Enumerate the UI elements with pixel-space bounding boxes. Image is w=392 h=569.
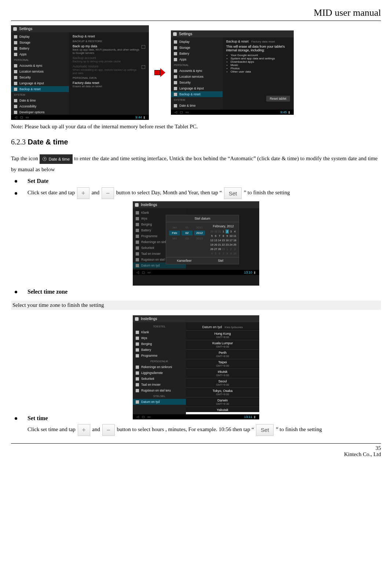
sidebar-item-datetime[interactable]: Date & time [171,103,223,109]
sidebar-item[interactable]: Liggingsdienste [133,370,186,376]
month-spinner[interactable]: JanFebMrt [169,225,180,254]
calendar-cell[interactable]: 20 [214,243,217,247]
set-button[interactable]: Set [256,424,274,436]
calendar-cell[interactable]: 8 [221,234,225,238]
recent-icon[interactable]: ▭ [147,415,151,419]
calendar-cell[interactable]: 18 [233,238,237,242]
calendar-cell[interactable]: 30 [214,230,217,234]
set-button[interactable]: Stel [202,257,239,264]
calendar-cell[interactable]: 31 [218,230,221,234]
home-icon[interactable]: ◻ [142,271,144,274]
calendar-cell[interactable]: 1 [226,247,229,251]
sidebar-item-accounts[interactable]: Accounts & sync [171,68,223,74]
sidebar-item-accessibility[interactable]: Accessibility [11,103,69,109]
sidebar-item-apps[interactable]: Apps [171,56,223,62]
calendar-cell[interactable]: 4 [233,230,237,234]
sidebar-item-location[interactable]: Location services [11,69,69,74]
sidebar-item-battery[interactable]: Battery [11,45,69,51]
timezone-item[interactable]: SeoulGMT+9:00 [186,378,259,388]
calendar-cell[interactable]: 3 [229,230,232,234]
calendar[interactable]: February, 2012 2930311234567891011121314… [208,222,239,257]
calendar-cell[interactable]: 21 [218,243,221,247]
calendar-cell[interactable]: 27 [214,247,217,251]
sidebar-item-security[interactable]: Security [171,80,223,85]
sidebar-item[interactable]: Rekeninge en sinkroni [133,364,186,370]
plus-button[interactable]: + [77,187,89,199]
date-spinners[interactable]: JanFebMrt 010203 201120122013 [166,222,208,257]
sidebar-item-developer[interactable]: Developer options [11,109,69,115]
calendar-cell[interactable]: 23 [226,243,229,247]
home-icon[interactable]: ◻ [142,415,144,419]
calendar-cell[interactable]: 8 [226,252,229,256]
sidebar-item-security[interactable]: Security [11,74,69,80]
calendar-cell[interactable]: 6 [218,252,221,256]
calendar-cell[interactable]: 6 [214,234,217,238]
back-icon[interactable]: ◁ [175,110,177,114]
sidebar-item-display[interactable]: Display [171,39,223,45]
timezone-item[interactable]: TaipeiGMT+8:00 [186,359,259,368]
back-icon[interactable]: ◁ [136,415,139,419]
sidebar-item-storage[interactable]: Storage [171,45,223,51]
recent-icon[interactable]: ▭ [26,115,29,119]
minus-button[interactable]: − [102,424,115,436]
home-icon[interactable]: ◻ [180,110,183,114]
sidebar-item-battery[interactable]: Battery [171,51,223,56]
calendar-cell[interactable]: 12 [210,238,213,242]
calendar-cell[interactable]: 24 [229,243,232,247]
sidebar-item-location[interactable]: Location services [171,74,223,80]
sidebar-item-display[interactable]: Display [11,34,69,40]
calendar-cell[interactable]: 14 [218,238,221,242]
sidebar-item[interactable]: Rugsteun en stel teru [133,388,186,393]
sidebar-item[interactable]: Taal en invoer [133,382,186,388]
sidebar-item-storage[interactable]: Storage [11,40,69,45]
timezone-item[interactable]: Yakutak [186,407,259,413]
reset-tablet-button[interactable]: Reset tablet [266,96,290,102]
calendar-cell[interactable]: 2 [229,247,232,251]
timezone-item[interactable]: DarwinGMT+9:30 [186,397,259,407]
checkbox-icon[interactable] [142,45,145,49]
calendar-cell[interactable]: 5 [214,252,217,256]
recent-icon[interactable]: ▭ [147,271,151,274]
timezone-item[interactable]: PerthGMT+8:00 [186,349,259,359]
recent-icon[interactable]: ▭ [186,110,189,114]
home-icon[interactable]: ◻ [20,115,23,119]
sidebar-item-datetime[interactable]: Datum en tyd [133,399,186,405]
calendar-cell[interactable]: 7 [221,252,225,256]
sidebar-item-apps[interactable]: Apps [11,51,69,57]
calendar-cell[interactable]: 10 [229,234,232,238]
back-icon[interactable]: ◁ [15,115,17,119]
calendar-cell[interactable]: 11 [233,234,237,238]
sidebar-item[interactable]: Berging [133,341,186,347]
calendar-cell[interactable]: 19 [210,243,213,247]
sidebar-item-language[interactable]: Language & input [171,85,223,91]
timezone-item[interactable]: Hong KongGMT+8:00 [186,330,259,340]
plus-button[interactable]: + [78,424,90,436]
sidebar-item-backup[interactable]: Backup & reset [11,86,69,92]
calendar-cell[interactable]: 26 [210,247,213,251]
calendar-cell[interactable]: 29 [221,247,225,251]
calendar-cell[interactable]: 17 [229,238,232,242]
calendar-cell[interactable]: 7 [218,234,221,238]
set-button[interactable]: Set [224,187,242,199]
calendar-cell[interactable]: 22 [221,243,225,247]
calendar-cell[interactable]: 9 [229,252,232,256]
calendar-cell[interactable]: 10 [233,252,237,256]
timezone-item[interactable]: Tokyo, OsakaGMT+9:00 [186,388,259,397]
row-factory-reset[interactable]: Factory data resetErases all data on tab… [73,81,145,88]
back-icon[interactable]: ◁ [136,271,139,274]
calendar-cell[interactable]: 29 [210,230,213,234]
timezone-item[interactable]: IrkutskGMT+9:00 [186,368,259,378]
calendar-cell[interactable]: 9 [226,234,229,238]
sidebar-item[interactable]: Sekuriteit [133,376,186,382]
sidebar-item[interactable]: Klank [133,329,186,335]
sidebar-item[interactable]: Battery [133,347,186,353]
calendar-cell[interactable]: 15 [221,238,225,242]
calendar-cell[interactable]: 25 [233,243,237,247]
calendar-cell[interactable]: 3 [233,247,237,251]
sidebar-item-accounts[interactable]: Accounts & sync [11,63,69,69]
sidebar-item-language[interactable]: Language & input [11,80,69,86]
sidebar-item-datetime[interactable]: Date & time [11,98,69,103]
calendar-cell[interactable]: 4 [210,252,213,256]
calendar-cell[interactable]: 13 [214,238,217,242]
calendar-cell[interactable]: 2 [226,230,229,234]
